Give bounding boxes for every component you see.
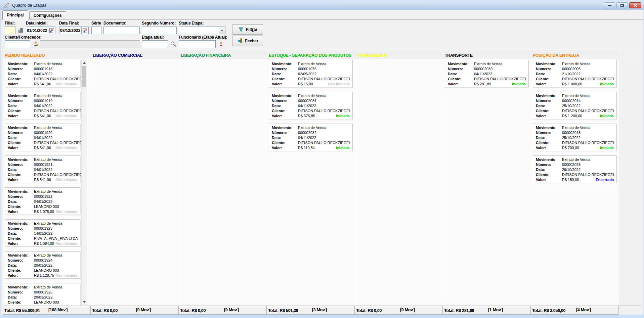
column-mov-count: [0 Mov.] <box>136 306 151 314</box>
movement-card[interactable]: Movimento:Extrato de VendaNúmero:0000019… <box>5 219 80 247</box>
status-etapa-select[interactable] <box>179 27 225 34</box>
cliente-label: Cliente: <box>8 108 34 113</box>
card-row: Valor:R$ 541,06Não Iniciada <box>8 82 77 87</box>
window-title: Quadro de Etapas <box>12 3 46 8</box>
fechar-button[interactable]: Fechar <box>232 36 263 46</box>
card-row: Valor:R$ 15,00Não Iniciada <box>272 82 350 87</box>
card-row: Cliente:DIEISON PAULO RECKZIEGEL <box>8 77 77 82</box>
movement-card[interactable]: Movimento:Extrato de VendaNúmero:0000020… <box>269 124 353 151</box>
cliente-label: Cliente: <box>272 140 298 145</box>
column-mov-count: [0 Mov.] <box>224 306 239 314</box>
data-value: 14/01/2022 <box>34 231 52 236</box>
scrollbar-track[interactable] <box>82 87 87 299</box>
movement-card[interactable]: Movimento:Extrato de VendaNúmero:0000020… <box>533 60 617 87</box>
scroll-up-button[interactable] <box>82 60 87 65</box>
numero-label: Número: <box>448 66 474 72</box>
cliente-value: LEANDRO 003 <box>34 268 59 273</box>
data-final-calendar-button[interactable]: 12 <box>81 27 89 34</box>
data-label: Data: <box>8 135 34 140</box>
data-value: 21/10/2022 <box>562 72 581 77</box>
data-value: 25/10/2022 <box>562 103 581 108</box>
card-row: Número:000002005 <box>536 66 614 72</box>
movement-card[interactable]: Movimento:Extrato de VendaNúmero:0000019… <box>5 251 80 279</box>
data-inicial-label: Data Inicial: <box>26 21 48 26</box>
movimento-label: Movimento: <box>536 61 562 66</box>
vertical-scrollbar[interactable] <box>81 60 87 305</box>
funcionario-lookup-button[interactable] <box>217 40 225 48</box>
card-row: Cliente:DIEISON PAULO RECKZIEGEL <box>8 108 77 113</box>
cliente-fornecedor-input[interactable] <box>5 40 30 48</box>
movimento-value: Extrato de Venda <box>562 93 590 98</box>
movement-card[interactable]: Movimento:Extrato de VendaNúmero:0000019… <box>5 283 80 306</box>
movimento-label: Movimento: <box>536 125 562 130</box>
data-inicial-calendar-button[interactable]: 12 <box>48 27 55 34</box>
movement-card[interactable]: Movimento:Extrato de VendaNúmero:0000019… <box>5 60 80 87</box>
movement-card[interactable]: Movimento:Extrato de VendaNúmero:0000020… <box>533 92 617 119</box>
card-row: Data:02/05/2022 <box>272 72 350 77</box>
numero-label: Número: <box>272 130 298 135</box>
filial-input[interactable] <box>5 27 15 34</box>
movement-card[interactable]: Movimento:Extrato de VendaNúmero:0000020… <box>269 92 353 119</box>
card-row: Valor:R$ 541,06Não Iniciada <box>8 113 77 119</box>
card-row: Valor:R$ 1.200,00Iniciada <box>536 113 614 119</box>
serie-input[interactable] <box>91 27 101 34</box>
card-row: Movimento:Extrato de Venda <box>8 61 77 66</box>
scroll-down-button[interactable] <box>82 299 87 305</box>
movimento-label: Movimento: <box>8 221 34 226</box>
movement-card[interactable]: Movimento:Extrato de VendaNúmero:0000019… <box>5 124 80 151</box>
data-label: Data: <box>536 135 562 140</box>
title-bar[interactable]: Quadro de Etapas <box>0 0 644 10</box>
movement-card[interactable]: Movimento:Extrato de VendaNúmero:0000020… <box>533 155 617 183</box>
maximize-icon <box>620 4 624 7</box>
filial-lookup-button[interactable] <box>17 27 24 34</box>
numero-value: 000001925 <box>34 290 52 295</box>
movimento-value: Extrato de Venda <box>34 125 62 130</box>
segundo-numero-label: Segundo Número: <box>142 21 176 26</box>
card-row: Cliente:DIEISON PAULO RECKZIEGEL <box>448 77 526 82</box>
numero-value: 000001922 <box>34 194 52 199</box>
movement-card[interactable]: Movimento:Extrato de VendaNúmero:0000019… <box>5 155 80 183</box>
column-total: Total: R$ 501,39 <box>267 308 298 313</box>
card-row: Movimento:Extrato de Venda <box>272 61 350 66</box>
card-row: Data:04/01/2022 <box>8 167 77 172</box>
maximize-button[interactable] <box>616 2 628 8</box>
tab-principal[interactable]: Principal <box>2 10 28 19</box>
etapa-lookup-button[interactable]: ? <box>169 40 177 48</box>
data-inicial-input[interactable] <box>26 27 48 34</box>
board-column <box>355 59 443 306</box>
scrollbar-thumb[interactable] <box>82 66 86 87</box>
card-row: Movimento:Extrato de Venda <box>536 61 614 66</box>
card-row: Movimento:Extrato de Venda <box>8 253 77 258</box>
card-row: Movimento:Extrato de Venda <box>536 125 614 130</box>
movement-card[interactable]: Movimento:Extrato de VendaNúmero:0000019… <box>5 92 80 119</box>
movement-card[interactable]: Movimento:Extrato de VendaNúmero:0000020… <box>533 124 617 151</box>
valor-value: R$ 541,06 <box>34 177 51 182</box>
column-header: TRANSPORTE <box>443 51 531 59</box>
data-value: 04/01/2022 <box>34 167 52 172</box>
card-row: Cliente:DIEISON PAULO RECKZIEGEL <box>536 140 614 145</box>
close-button[interactable] <box>629 2 641 8</box>
status-etapa-dropdown-button[interactable] <box>219 27 225 34</box>
data-final-input[interactable] <box>59 27 81 34</box>
column-title: POSIÇÃO DA ENTREGA <box>533 53 579 58</box>
cliente-value: DIEISON PAULO RECKZIEGEL <box>34 77 87 82</box>
status-badge: Iniciada <box>600 145 614 150</box>
tab-configuracoes[interactable]: Configurações <box>29 11 66 19</box>
card-row: Valor:R$ 150,00Encerrada <box>536 177 614 182</box>
card-row: Data:25/10/2022 <box>536 103 614 108</box>
movement-card[interactable]: Movimento:Extrato de VendaNúmero:0000019… <box>269 60 353 87</box>
movimento-value: Extrato de Venda <box>34 221 62 226</box>
segundo-numero-input[interactable] <box>142 27 177 34</box>
board-column: Movimento:Extrato de VendaNúmero:0000019… <box>3 59 91 306</box>
minimize-button[interactable] <box>604 2 615 8</box>
etapa-atual-input[interactable] <box>142 40 168 48</box>
funcionario-input[interactable] <box>179 40 216 48</box>
movement-card[interactable]: Movimento:Extrato de VendaNúmero:0000019… <box>5 187 80 215</box>
movement-card[interactable]: Movimento:Extrato de VendaNúmero:0000020… <box>445 60 529 87</box>
filtrar-button[interactable]: Filtrar <box>232 24 263 35</box>
numero-value: 000001923 <box>34 226 52 231</box>
documento-input[interactable] <box>103 27 140 34</box>
cliente-value: LEANDRO 003 <box>34 300 59 305</box>
cliente-label: Cliente: <box>448 77 474 82</box>
cliente-lookup-button[interactable] <box>32 40 40 48</box>
